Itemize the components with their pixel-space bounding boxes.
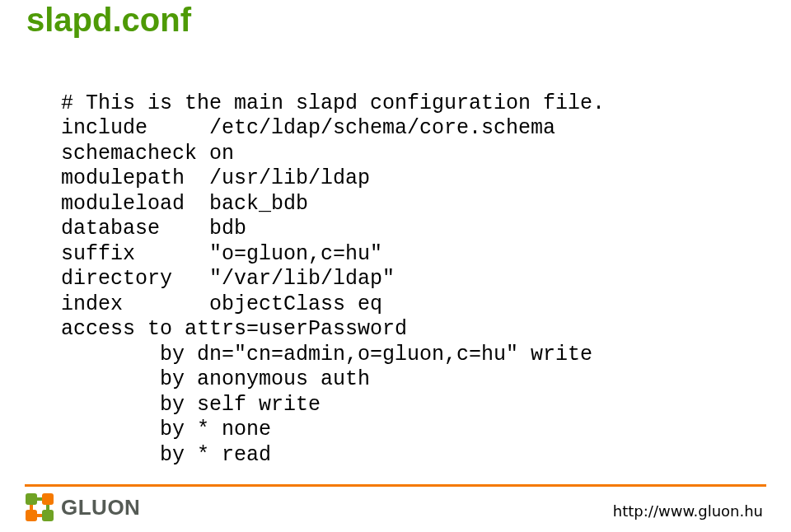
logo: GLUON <box>25 492 140 522</box>
code-line: suffix "o=gluon,c=hu" <box>61 242 382 266</box>
code-line: include /etc/ldap/schema/core.schema <box>61 116 555 140</box>
svg-rect-5 <box>37 514 42 517</box>
code-line: # This is the main slapd configuration f… <box>61 91 605 115</box>
code-line: index objectClass eq <box>61 292 382 316</box>
code-line: moduleload back_bdb <box>61 192 308 216</box>
code-line: database bdb <box>61 217 246 240</box>
footer: GLUON http://www.gluon.hu <box>0 484 791 532</box>
page-title: slapd.conf <box>26 2 191 39</box>
footer-url: http://www.gluon.hu <box>613 502 763 520</box>
svg-rect-3 <box>42 510 54 521</box>
logo-mark-icon <box>25 492 54 522</box>
code-line: directory "/var/lib/ldap" <box>61 267 395 291</box>
code-line: schemacheck on <box>61 142 234 166</box>
footer-rule <box>25 484 766 487</box>
config-code-block: # This is the main slapd configuration f… <box>61 66 605 468</box>
svg-rect-0 <box>26 493 37 505</box>
code-line: by anonymous auth <box>61 367 370 391</box>
code-line: by * read <box>61 443 271 467</box>
svg-rect-7 <box>46 505 49 510</box>
svg-rect-4 <box>37 497 42 501</box>
code-line: by * none <box>61 418 271 441</box>
code-line: by self write <box>61 393 321 417</box>
svg-rect-1 <box>42 493 54 505</box>
svg-rect-6 <box>30 505 33 510</box>
code-line: by dn="cn=admin,o=gluon,c=hu" write <box>61 343 592 366</box>
logo-text: GLUON <box>61 495 140 520</box>
code-line: access to attrs=userPassword <box>61 317 407 341</box>
code-line: modulepath /usr/lib/ldap <box>61 166 370 190</box>
svg-rect-2 <box>26 510 37 521</box>
slide: slapd.conf # This is the main slapd conf… <box>0 0 791 532</box>
